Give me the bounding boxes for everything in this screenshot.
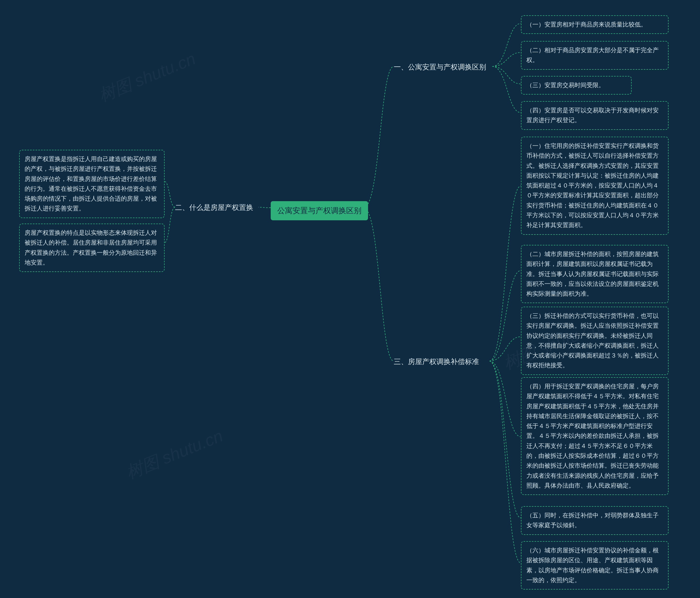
branch-3-leaf-6: （六）城市房屋拆迁补偿安置协议的补偿金额，根据被拆除房屋的区位、用途、产权建筑面… — [521, 541, 669, 590]
leaf-text: （三）安置房交易时间受限。 — [526, 82, 605, 88]
branch-2-leaf-1: 房屋产权置换是指拆迁人用自己建造或购买的房屋的产权，与被拆迁房屋进行产权置换，并… — [19, 150, 165, 218]
leaf-text: 房屋产权置换是指拆迁人用自己建造或购买的房屋的产权，与被拆迁房屋进行产权置换，并… — [25, 156, 157, 212]
branch-3-leaf-3: （三）拆迁补偿的方式可以实行货币补偿，也可以实行房屋产权调换。拆迁人应当依照拆迁… — [521, 307, 669, 375]
mindmap-root[interactable]: 公寓安置与产权调换区别 — [271, 201, 368, 220]
watermark: 树图 shutu.cn — [95, 47, 199, 107]
branch-3-leaf-5: （五）同时，在拆迁补偿中，对弱势群体及独生子女等家庭予以倾斜。 — [521, 506, 669, 535]
watermark: 树图 shutu.cn — [123, 424, 226, 484]
leaf-text: （二）相对于商品房安置房大部分是不属于完全产权。 — [526, 47, 659, 63]
branch-2-title: 二、什么是房屋产权置换 — [175, 203, 253, 211]
leaf-text: （六）城市房屋拆迁补偿安置协议的补偿金额，根据被拆除房屋的区位、用途、产权建筑面… — [526, 547, 659, 583]
branch-1-leaf-1: （一）安置房相对于商品房来说质量比较低。 — [521, 15, 669, 34]
leaf-text: （四）安置房是否可以交易取决于开发商时候对安置房进行产权登记。 — [526, 107, 659, 124]
leaf-text: （一）安置房相对于商品房来说质量比较低。 — [526, 21, 647, 28]
leaf-text: 房屋产权置换的特点是以实物形态来体现拆迁人对被拆迁人的补偿。居住房屋和非居住房屋… — [25, 229, 157, 266]
branch-3[interactable]: 三、房屋产权调换补偿标准 — [394, 357, 479, 366]
leaf-text: （一）住宅用房的拆迁补偿安置实行产权调换和货币补偿的方式，被拆迁人可以自行选择补… — [526, 142, 659, 229]
branch-1-leaf-4: （四）安置房是否可以交易取决于开发商时候对安置房进行产权登记。 — [521, 101, 669, 130]
leaf-text: （三）拆迁补偿的方式可以实行货币补偿，也可以实行房屋产权调换。拆迁人应当依照拆迁… — [526, 312, 659, 369]
leaf-text: （四）用于拆迁安置产权调换的住宅房屋，每户房屋产权建筑面积不得低于４５平方米。对… — [526, 383, 659, 489]
branch-3-leaf-4: （四）用于拆迁安置产权调换的住宅房屋，每户房屋产权建筑面积不得低于４５平方米。对… — [521, 377, 669, 495]
branch-1-leaf-2: （二）相对于商品房安置房大部分是不属于完全产权。 — [521, 41, 669, 70]
leaf-text: （二）城市房屋拆迁补偿的面积，按照房屋的建筑面积计算，房屋建筑面积以房屋权属证书… — [526, 251, 659, 297]
leaf-text: （五）同时，在拆迁补偿中，对弱势群体及独生子女等家庭予以倾斜。 — [526, 512, 659, 528]
branch-1-leaf-3: （三）安置房交易时间受限。 — [521, 76, 632, 95]
branch-2[interactable]: 二、什么是房屋产权置换 — [175, 203, 253, 212]
branch-3-title: 三、房屋产权调换补偿标准 — [394, 358, 479, 366]
branch-2-leaf-2: 房屋产权置换的特点是以实物形态来体现拆迁人对被拆迁人的补偿。居住房屋和非居住房屋… — [19, 224, 165, 272]
branch-3-leaf-1: （一）住宅用房的拆迁补偿安置实行产权调换和货币补偿的方式，被拆迁人可以自行选择补… — [521, 137, 669, 235]
branch-1[interactable]: 一、公寓安置与产权调换区别 — [394, 62, 486, 72]
branch-3-leaf-2: （二）城市房屋拆迁补偿的面积，按照房屋的建筑面积计算，房屋建筑面积以房屋权属证书… — [521, 245, 669, 303]
branch-1-title: 一、公寓安置与产权调换区别 — [394, 63, 486, 71]
root-title: 公寓安置与产权调换区别 — [277, 206, 361, 215]
